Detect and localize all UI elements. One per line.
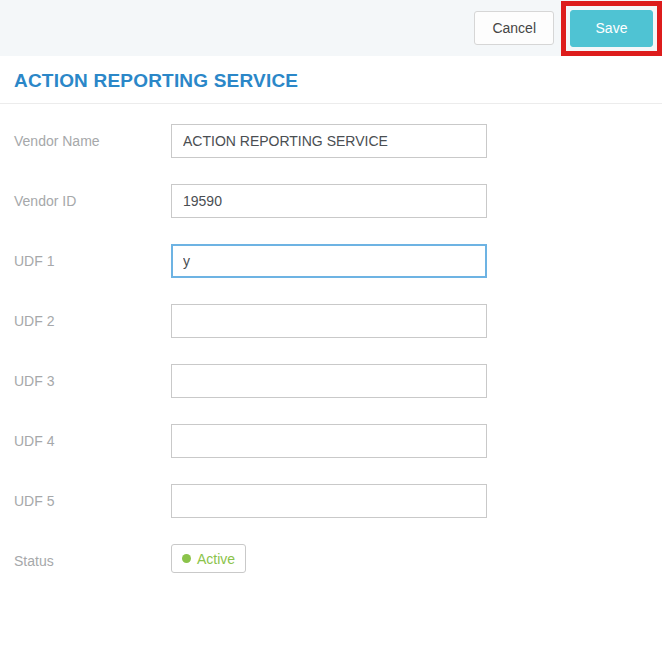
status-value: Active: [197, 551, 235, 567]
vendor-name-input[interactable]: [171, 124, 487, 158]
save-button[interactable]: Save: [570, 10, 653, 47]
page-title: ACTION REPORTING SERVICE: [14, 68, 648, 93]
cancel-button[interactable]: Cancel: [474, 11, 554, 45]
vendor-id-label: Vendor ID: [14, 184, 171, 218]
vendor-name-label: Vendor Name: [14, 124, 171, 158]
udf4-input[interactable]: [171, 424, 487, 458]
status-label: Status: [14, 544, 171, 578]
vendor-id-input[interactable]: [171, 184, 487, 218]
form-row-udf4: UDF 4: [14, 424, 662, 458]
udf2-input[interactable]: [171, 304, 487, 338]
title-block: ACTION REPORTING SERVICE: [0, 56, 662, 104]
udf1-input[interactable]: [171, 244, 487, 278]
udf2-label: UDF 2: [14, 304, 171, 338]
top-toolbar: Cancel Save: [0, 0, 662, 56]
form-row-udf1: UDF 1: [14, 244, 662, 278]
form-row-udf2: UDF 2: [14, 304, 662, 338]
form-row-udf5: UDF 5: [14, 484, 662, 518]
save-highlight-annotation: Save: [561, 1, 662, 56]
udf3-label: UDF 3: [14, 364, 171, 398]
udf5-label: UDF 5: [14, 484, 171, 518]
udf4-label: UDF 4: [14, 424, 171, 458]
status-dot-icon: [182, 554, 191, 563]
udf5-input[interactable]: [171, 484, 487, 518]
form-row-vendor-name: Vendor Name: [14, 124, 662, 158]
udf1-label: UDF 1: [14, 244, 171, 278]
vendor-form: Vendor Name Vendor ID UDF 1 UDF 2 UDF 3 …: [0, 104, 662, 578]
status-badge[interactable]: Active: [171, 544, 246, 573]
udf3-input[interactable]: [171, 364, 487, 398]
form-row-vendor-id: Vendor ID: [14, 184, 662, 218]
form-row-status: Status Active: [14, 544, 662, 578]
form-row-udf3: UDF 3: [14, 364, 662, 398]
